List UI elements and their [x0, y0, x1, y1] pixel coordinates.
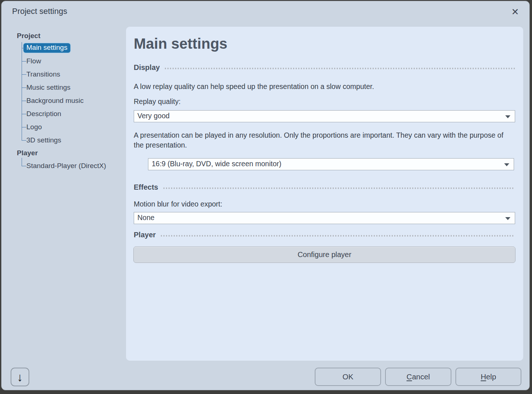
tree-item-flow[interactable]: Flow: [17, 55, 127, 68]
close-icon[interactable]: ✕: [509, 5, 521, 18]
tree-item-description[interactable]: Description: [17, 107, 127, 120]
window-title: Project settings: [12, 7, 67, 16]
tree-item-3d-settings[interactable]: 3D settings: [17, 134, 127, 147]
project-settings-dialog: Project settings ✕ Project Main settings…: [1, 1, 530, 390]
tree-item-standard-player[interactable]: Standard-Player (DirectX): [17, 159, 127, 172]
section-display: Display: [134, 63, 515, 72]
down-arrow-icon: ↓: [17, 371, 23, 383]
section-display-label: Display: [134, 63, 160, 72]
tree-item-main-settings[interactable]: Main settings: [17, 41, 127, 55]
section-player-label: Player: [134, 231, 156, 239]
page-title: Main settings: [134, 36, 228, 52]
section-effects: Effects: [134, 183, 515, 192]
dotted-divider: [163, 187, 515, 189]
section-effects-label: Effects: [134, 183, 158, 192]
tree-item-logo[interactable]: Logo: [17, 120, 127, 134]
help-button[interactable]: Help: [455, 368, 521, 386]
chevron-down-icon: [504, 163, 509, 166]
chevron-down-icon: [505, 217, 510, 220]
aspect-ratio-select[interactable]: 16:9 (Blu-ray, DVD, wide screen monitor): [148, 158, 514, 170]
replay-quality-hint: A low replay quality can help speed up t…: [134, 82, 374, 92]
settings-tree: Project Main settings Flow Transitions M…: [17, 30, 127, 172]
replay-quality-value: Very good: [137, 112, 170, 120]
selected-item-label: Main settings: [23, 43, 70, 53]
tree-group-project: Project: [17, 30, 127, 41]
ok-button[interactable]: OK: [315, 368, 381, 386]
tree-item-music-settings[interactable]: Music settings: [17, 81, 127, 94]
tree-item-background-music[interactable]: Background music: [17, 94, 127, 107]
resolution-hint: A presentation can be played in any reso…: [134, 130, 506, 150]
configure-player-button[interactable]: Configure player: [133, 246, 516, 263]
tree-item-transitions[interactable]: Transitions: [17, 68, 127, 81]
chevron-down-icon: [505, 115, 510, 118]
replay-quality-select[interactable]: Very good: [134, 110, 515, 122]
motion-blur-value: None: [137, 213, 155, 222]
collapse-sidebar-button[interactable]: ↓: [11, 368, 29, 386]
dotted-divider: [165, 68, 515, 69]
section-player: Player: [134, 231, 515, 239]
dotted-divider: [161, 235, 515, 237]
main-settings-panel: Main settings Display A low replay quali…: [126, 27, 523, 361]
tree-group-player: Player: [17, 147, 127, 159]
motion-blur-label: Motion blur for video export:: [134, 199, 222, 209]
aspect-ratio-value: 16:9 (Blu-ray, DVD, wide screen monitor): [152, 160, 281, 168]
replay-quality-label: Replay quality:: [134, 97, 181, 107]
cancel-button[interactable]: Cancel: [385, 368, 451, 386]
motion-blur-select[interactable]: None: [134, 212, 515, 224]
